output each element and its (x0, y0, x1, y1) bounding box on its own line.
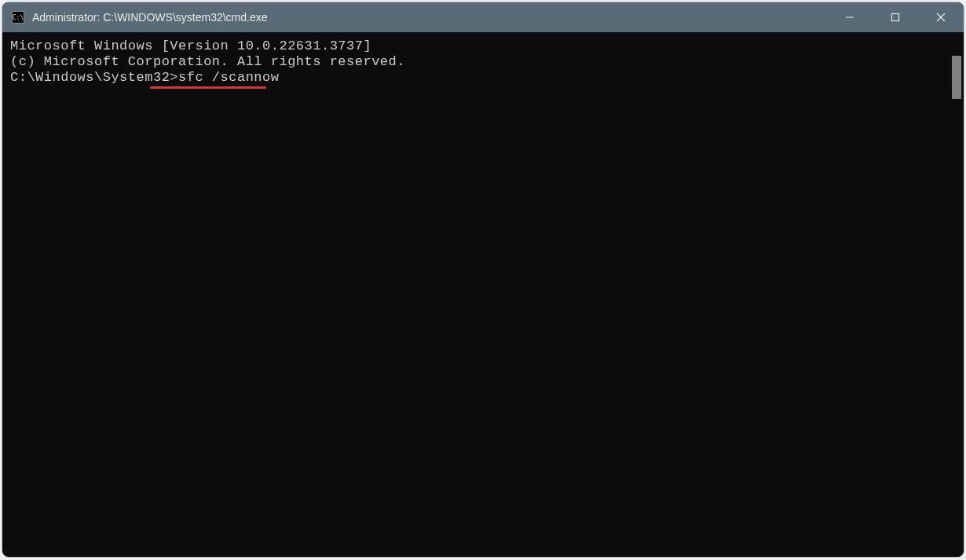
window-title: Administrator: C:\WINDOWS\system32\cmd.e… (32, 11, 827, 24)
output-line-version: Microsoft Windows [Version 10.0.22631.37… (10, 38, 942, 54)
command-input[interactable]: sfc /scannow (178, 70, 279, 85)
window-controls (827, 2, 964, 32)
maximize-icon (891, 13, 900, 22)
scrollbar[interactable] (950, 32, 964, 557)
terminal-body: Microsoft Windows [Version 10.0.22631.37… (2, 32, 964, 557)
prompt-line: C:\Windows\System32>sfc /scannow (10, 70, 279, 86)
minimize-icon (845, 13, 854, 22)
cmd-window: C:\ Administrator: C:\WINDOWS\system32\c… (2, 2, 964, 557)
prompt-path: C:\Windows\System32> (10, 70, 178, 85)
cmd-icon-text: C:\ (13, 14, 24, 21)
close-icon (936, 13, 946, 22)
output-line-copyright: (c) Microsoft Corporation. All rights re… (10, 54, 942, 70)
cmd-icon: C:\ (12, 11, 24, 24)
scrollbar-thumb[interactable] (952, 56, 961, 99)
terminal-content[interactable]: Microsoft Windows [Version 10.0.22631.37… (2, 32, 950, 557)
titlebar[interactable]: C:\ Administrator: C:\WINDOWS\system32\c… (2, 2, 964, 32)
minimize-button[interactable] (827, 2, 873, 32)
svg-rect-1 (892, 14, 899, 21)
close-button[interactable] (918, 2, 964, 32)
annotation-underline (150, 86, 266, 89)
maximize-button[interactable] (873, 2, 918, 32)
